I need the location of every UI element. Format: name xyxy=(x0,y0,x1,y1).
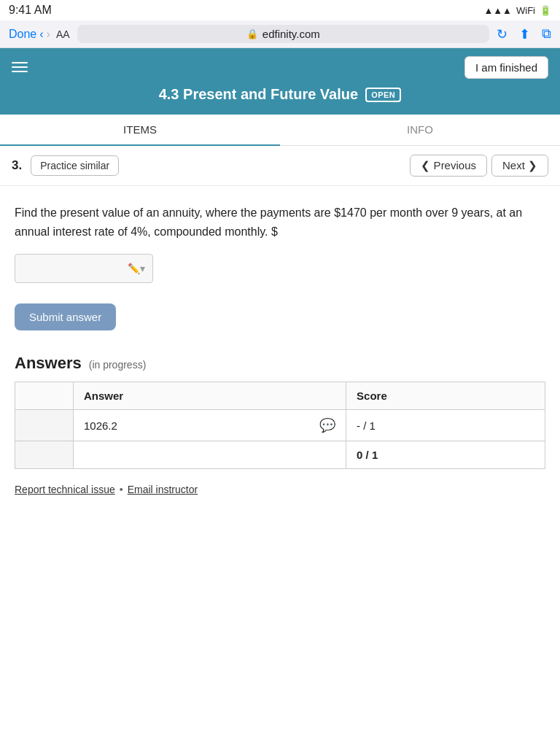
nav-buttons: ❮ Previous Next ❯ xyxy=(410,155,548,177)
question-bar: 3. Practice similar ❮ Previous Next ❯ xyxy=(0,146,560,186)
open-badge: OPEN xyxy=(365,88,401,102)
hamburger-menu[interactable] xyxy=(12,62,28,72)
table-cell-score-final: 0 / 1 xyxy=(346,441,545,469)
input-tool-icon: ✏️▾ xyxy=(128,263,145,274)
question-number: 3. xyxy=(12,158,22,173)
answer-input-box[interactable]: ✏️▾ xyxy=(15,254,153,283)
finished-button[interactable]: I am finished xyxy=(464,56,548,79)
table-row: 1026.2 💬 - / 1 xyxy=(15,410,545,441)
next-button[interactable]: Next ❯ xyxy=(491,155,548,177)
content-area: Find the present value of an annuity, wh… xyxy=(0,186,560,513)
answer-value: 1026.2 xyxy=(84,419,117,432)
lock-icon: 🔒 xyxy=(246,28,258,39)
table-header-answer: Answer xyxy=(74,382,346,410)
report-issue-link[interactable]: Report technical issue xyxy=(15,484,115,495)
hamburger-line xyxy=(12,62,28,63)
url-text: edfinity.com xyxy=(262,28,320,40)
table-header-score: Score xyxy=(346,382,545,410)
text-size-button[interactable]: AA xyxy=(56,28,70,40)
bookmark-icon[interactable]: ⧉ xyxy=(542,26,551,42)
tab-info[interactable]: INFO xyxy=(280,115,560,145)
table-cell-answer-empty xyxy=(74,441,346,469)
submit-answer-button[interactable]: Submit answer xyxy=(15,303,116,330)
status-time: 9:41 AM xyxy=(9,4,52,17)
done-button[interactable]: Done xyxy=(9,28,36,41)
table-cell-answer: 1026.2 💬 xyxy=(74,410,346,441)
page-title: 4.3 Present and Future Value xyxy=(159,86,358,103)
battery-icon: 🔋 xyxy=(540,5,551,16)
answers-title: Answers xyxy=(15,354,82,373)
forward-chevron-icon: › xyxy=(47,28,50,41)
app-header: I am finished xyxy=(0,48,560,86)
browser-bar: Done ‹ › AA 🔒 edfinity.com ↻ ⬆ ⧉ xyxy=(0,20,560,48)
url-bar[interactable]: 🔒 edfinity.com xyxy=(77,25,489,43)
table-row: 0 / 1 xyxy=(15,441,545,469)
footer-separator: • xyxy=(120,484,123,495)
refresh-icon[interactable]: ↻ xyxy=(497,26,508,42)
question-left: 3. Practice similar xyxy=(12,155,119,176)
footer-links: Report technical issue • Email instructo… xyxy=(15,484,545,495)
previous-button[interactable]: ❮ Previous xyxy=(410,155,487,177)
table-cell-index xyxy=(15,410,74,441)
email-instructor-link[interactable]: Email instructor xyxy=(128,484,198,495)
answers-header: Answers (in progress) xyxy=(15,354,545,373)
signal-icon: ▲▲▲ xyxy=(483,5,512,16)
wifi-icon: WiFi xyxy=(516,5,535,16)
tab-items[interactable]: ITEMS xyxy=(0,115,280,146)
table-header-empty xyxy=(15,382,74,410)
answers-table: Answer Score 1026.2 💬 - / 1 xyxy=(15,382,545,469)
table-cell-index xyxy=(15,441,74,469)
answer-input-row: ✏️▾ xyxy=(15,254,545,283)
answers-status: (in progress) xyxy=(89,359,147,371)
share-icon[interactable]: ⬆ xyxy=(519,26,530,42)
practice-similar-button[interactable]: Practice similar xyxy=(31,155,119,176)
status-icons: ▲▲▲ WiFi 🔋 xyxy=(483,5,551,16)
hamburger-line xyxy=(12,71,28,72)
browser-navigation: Done ‹ › AA xyxy=(9,28,70,41)
browser-action-buttons: ↻ ⬆ ⧉ xyxy=(497,26,551,42)
tab-bar: ITEMS INFO xyxy=(0,115,560,146)
back-chevron-icon[interactable]: ‹ xyxy=(39,28,43,41)
table-cell-score: - / 1 xyxy=(346,410,545,441)
question-text: Find the present value of an annuity, wh… xyxy=(15,204,545,241)
hamburger-line xyxy=(12,66,28,68)
title-bar: 4.3 Present and Future Value OPEN xyxy=(0,86,560,115)
status-bar: 9:41 AM ▲▲▲ WiFi 🔋 xyxy=(0,0,560,20)
chat-icon[interactable]: 💬 xyxy=(319,417,335,433)
